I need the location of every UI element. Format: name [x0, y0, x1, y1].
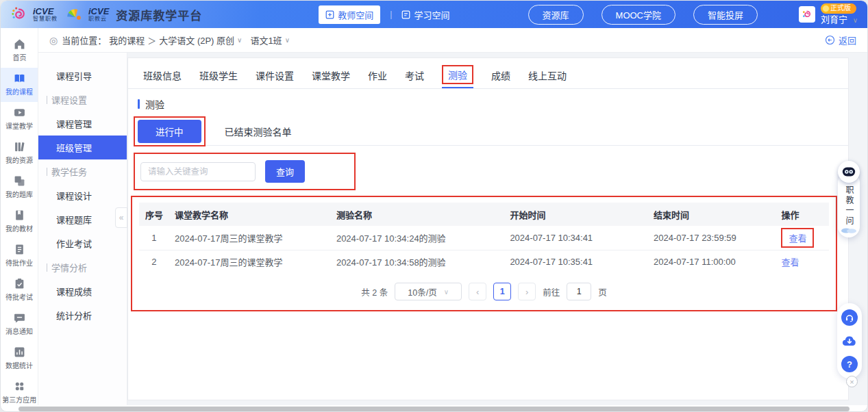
class-tabs: 班级信息 班级学生 课件设置 课堂教学 作业 考试 测验 成绩 线上互动: [128, 58, 848, 89]
goto-label: 前往: [543, 285, 560, 298]
cloud-download-icon: [841, 334, 858, 348]
annotation-box-quiz-tab: 测验: [442, 65, 473, 84]
nav-teacher-space[interactable]: 教师空间: [319, 5, 380, 24]
back-button[interactable]: 返回: [825, 34, 856, 47]
textbook-icon: [14, 209, 25, 221]
query-button[interactable]: 查询: [265, 160, 305, 183]
menu-item-statistical-analysis[interactable]: 统计分析: [38, 303, 127, 327]
menu-item-course-design[interactable]: 课程设计: [38, 183, 127, 207]
tab-grades[interactable]: 成绩: [491, 68, 510, 88]
view-link[interactable]: 查看: [781, 257, 799, 268]
quiz-table: 序号 课堂教学名称 测验名称 开始时间 结束时间 操作 1 2024-07-17…: [139, 203, 829, 274]
menu-collapse-handle[interactable]: «: [115, 207, 127, 228]
prev-page-button[interactable]: ‹: [469, 283, 486, 300]
mooc-college-button[interactable]: MOOC学院: [602, 5, 675, 25]
nav-learning-space[interactable]: 学习空间: [401, 8, 449, 21]
sidebar-item-question-bank[interactable]: 我的题库: [1, 170, 38, 205]
avatar[interactable]: [799, 6, 815, 23]
sidebar-item-my-courses[interactable]: 我的课程: [1, 68, 38, 102]
avatar-logo-icon: [802, 9, 813, 20]
horizontal-scrollbar[interactable]: [18, 407, 850, 411]
annotation-box-table: 序号 课堂教学名称 测验名称 开始时间 结束时间 操作 1 2024-07-17…: [131, 196, 837, 311]
chevron-down-icon: ∨: [237, 36, 242, 44]
sidebar-item-home[interactable]: 首页: [1, 34, 38, 68]
assistant-widget[interactable]: 职教一问: [837, 161, 860, 237]
annotation-box-ongoing: 进行中: [134, 116, 206, 146]
classroom-teaching-icon: [14, 107, 25, 118]
ongoing-subtab-button[interactable]: 进行中: [138, 120, 201, 143]
col-header-lesson: 课堂教学名称: [169, 203, 331, 226]
message-icon: [14, 312, 25, 324]
menu-item-course-grades[interactable]: 课程成绩: [38, 279, 127, 303]
next-page-button[interactable]: ›: [518, 283, 536, 300]
customer-service-button[interactable]: [841, 309, 858, 326]
tab-classroom-teaching[interactable]: 课堂教学: [312, 68, 350, 88]
sidebar-item-third-party-apps[interactable]: 第三方应用: [1, 376, 38, 410]
menu-item-homework-exam[interactable]: 作业考试: [38, 231, 127, 255]
sidebar-item-my-resources[interactable]: 我的资源: [1, 136, 38, 170]
breadcrumb-root[interactable]: 我的课程: [109, 34, 145, 47]
collapse-icon: «: [119, 213, 124, 222]
menu-item-course-question-bank[interactable]: 课程题库: [38, 207, 127, 231]
menu-section-course-settings: 课程设置: [38, 88, 127, 112]
table-row: 2 2024-07-17周三的课堂教学 2024-07-17 10:34:58的…: [139, 250, 829, 274]
sidebar-item-classroom-teaching[interactable]: 课堂教学: [1, 102, 38, 136]
sidebar-item-data-statistics[interactable]: 数据统计: [1, 342, 38, 376]
header-quick-links: 资源库 MOOC学院 智能投屏: [528, 5, 758, 25]
tab-homework[interactable]: 作业: [368, 68, 387, 88]
username[interactable]: 刘育宁 ∨: [821, 14, 858, 25]
col-header-no: 序号: [139, 203, 169, 226]
menu-item-course-management[interactable]: 课程管理: [38, 112, 127, 136]
course-dropdown[interactable]: 大学语文 (2P) 原创∨: [159, 34, 242, 47]
content-card: 班级信息 班级学生 课件设置 课堂教学 作业 考试 测验 成绩 线上互动 测验 …: [127, 57, 849, 400]
tab-class-students[interactable]: 班级学生: [199, 68, 238, 88]
top-header: iCVE 智慧职教 iCVE 职教云 资源库教学平台: [1, 1, 867, 28]
sidebar-item-pending-homework[interactable]: 待批作业: [1, 239, 38, 273]
current-page[interactable]: 1: [493, 283, 511, 300]
question-icon: ?: [847, 359, 852, 370]
brand-name: iCVE: [88, 7, 109, 16]
class-dropdown[interactable]: 语文1班∨: [250, 34, 290, 47]
home-icon: [14, 38, 25, 50]
tab-class-info[interactable]: 班级信息: [143, 68, 182, 88]
annotation-box-view-link: 查看: [781, 228, 814, 248]
sidebar-item-pending-exams[interactable]: 待批考试: [1, 273, 38, 307]
apps-icon: [14, 381, 25, 392]
headset-icon: [845, 313, 854, 322]
question-bank-icon: [14, 175, 25, 187]
smart-casting-button[interactable]: 智能投屏: [693, 5, 758, 25]
goto-page-input[interactable]: [567, 283, 591, 300]
search-input[interactable]: [140, 162, 256, 181]
brand-name: iCVE: [33, 7, 58, 16]
learning-space-icon: [401, 10, 410, 19]
finished-quiz-subtab[interactable]: 已结束测验名单: [225, 125, 292, 145]
breadcrumb-prefix: 当前位置：: [62, 34, 106, 47]
back-arrow-icon: [825, 35, 835, 45]
menu-item-course-guide[interactable]: 课程引导: [38, 64, 127, 88]
close-floating-button[interactable]: ×: [846, 376, 858, 387]
table-header-row: 序号 课堂教学名称 测验名称 开始时间 结束时间 操作: [139, 203, 829, 226]
tab-exam[interactable]: 考试: [405, 68, 424, 88]
help-button[interactable]: ?: [841, 356, 858, 372]
download-button[interactable]: [841, 333, 858, 349]
sidebar-item-my-textbooks[interactable]: 我的教材: [1, 205, 38, 239]
menu-item-class-management[interactable]: 班级管理: [38, 136, 127, 159]
section-title: 测验: [138, 97, 848, 111]
my-resources-icon: [14, 141, 25, 153]
tab-online-interaction[interactable]: 线上互动: [528, 68, 567, 88]
brand-primary: iCVE 智慧职教: [10, 5, 58, 23]
page-size-select[interactable]: 10条/页∨: [395, 283, 462, 300]
resource-library-button[interactable]: 资源库: [528, 5, 584, 25]
version-badge: 正式版: [821, 3, 856, 14]
col-header-quiz: 测验名称: [331, 203, 504, 226]
chevron-down-icon: ∨: [285, 36, 290, 44]
view-link[interactable]: 查看: [789, 233, 806, 244]
brand-secondary: iCVE 职教云: [66, 5, 109, 23]
user-area[interactable]: 正式版 刘育宁 ∨: [799, 3, 858, 25]
tab-courseware-settings[interactable]: 课件设置: [256, 68, 294, 88]
tab-quiz[interactable]: 测验: [442, 65, 473, 88]
nav-separator: |: [390, 10, 392, 19]
section-title-bar: [138, 99, 140, 109]
search-area: 查询: [134, 153, 848, 190]
sidebar-item-messages[interactable]: 消息通知: [1, 307, 38, 342]
